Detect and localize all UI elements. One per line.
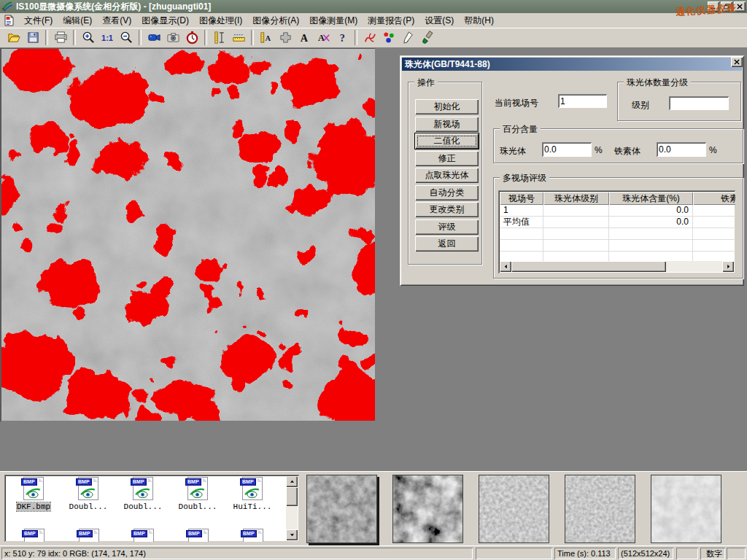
zoom-in-icon xyxy=(82,31,96,44)
menu-help[interactable]: 帮助(H) xyxy=(459,13,499,28)
delete-annotation-button[interactable]: A xyxy=(314,29,332,46)
file-item-double1[interactable]: BMP Doubl... xyxy=(62,477,115,511)
table-row[interactable] xyxy=(500,228,735,240)
multiview-group: 多视场评级 视场号 珠光体级别 珠光体含量(%) 铁素体含量(%) 1 0.0 xyxy=(493,177,743,279)
scroll-up-button[interactable] xyxy=(286,476,298,487)
scrollbar-thumb[interactable] xyxy=(511,261,666,272)
bmp-file-icon: BMP xyxy=(78,477,98,500)
table-row[interactable] xyxy=(500,240,735,252)
menu-image-measure[interactable]: 图像测量(M) xyxy=(304,13,363,28)
menu-image-display[interactable]: 图像显示(D) xyxy=(136,13,194,28)
toolbar-separator xyxy=(251,30,254,45)
thumbnail-1[interactable] xyxy=(306,475,377,543)
table-header-row: 视场号 珠光体级别 珠光体含量(%) 铁素体含量(%) xyxy=(500,192,735,205)
pearlite-label: 珠光体 xyxy=(500,145,526,158)
point-classify-button[interactable] xyxy=(380,29,398,46)
arrow-down-icon xyxy=(290,532,295,537)
camera-capture-button[interactable] xyxy=(164,29,182,46)
menu-image-processing[interactable]: 图像处理(I) xyxy=(194,13,247,28)
question-mark-icon: ? xyxy=(336,31,349,44)
zoom-in-button[interactable] xyxy=(80,29,97,46)
zoom-out-button[interactable] xyxy=(117,29,135,46)
pearlite-percent-input[interactable] xyxy=(542,142,592,157)
file-list-scrollbar[interactable] xyxy=(286,476,298,540)
menu-report[interactable]: 测量报告(P) xyxy=(363,13,419,28)
curve-tool-button[interactable] xyxy=(361,29,379,46)
menu-edit[interactable]: 编辑(E) xyxy=(58,13,97,28)
bmp-file-icon[interactable]: BMP xyxy=(79,529,99,542)
file-item-dkf[interactable]: BMP DKF.bmp xyxy=(7,477,60,511)
new-field-button[interactable]: 新视场 xyxy=(415,117,479,132)
bmp-file-icon[interactable]: BMP xyxy=(243,529,263,542)
zoom-out-icon xyxy=(120,31,133,44)
table-row[interactable]: 平均值 0.0 xyxy=(500,217,735,228)
level-input[interactable] xyxy=(669,96,729,110)
menu-view[interactable]: 查看(V) xyxy=(97,13,136,28)
file-item-double2[interactable]: BMP Doubl... xyxy=(117,477,169,511)
current-field-input[interactable] xyxy=(558,94,607,108)
status-image-size: (512x512x24) xyxy=(618,548,673,559)
video-capture-button[interactable] xyxy=(145,29,163,46)
pick-pearlite-button[interactable]: 点取珠光体 xyxy=(415,168,479,183)
scroll-down-button[interactable] xyxy=(286,529,298,540)
bmp-file-icon[interactable]: BMP xyxy=(24,529,44,542)
vertical-measure-button[interactable] xyxy=(211,29,228,46)
horizontal-ruler-icon xyxy=(232,31,246,44)
arrow-left-icon xyxy=(503,264,508,269)
bmp-file-icon[interactable]: BMP xyxy=(188,529,209,542)
menu-file[interactable]: 文件(F) xyxy=(19,13,58,28)
calibration-button[interactable]: A xyxy=(258,29,275,46)
close-button[interactable] xyxy=(734,1,746,12)
toolbar-separator xyxy=(139,30,142,45)
help-button[interactable]: ? xyxy=(333,29,351,46)
scroll-left-button[interactable] xyxy=(500,261,511,272)
actual-size-button[interactable]: 1:1 xyxy=(98,29,116,46)
scroll-right-button[interactable] xyxy=(722,261,734,272)
pearlite-unit: % xyxy=(595,145,603,155)
dialog-title-bar[interactable]: 珠光体(GB/T9441-88) xyxy=(402,58,742,71)
pen-tool-button[interactable] xyxy=(399,29,417,46)
text-annotation-button[interactable]: A xyxy=(295,29,313,46)
table-horizontal-scrollbar[interactable] xyxy=(500,261,734,272)
thumbnail-2[interactable] xyxy=(392,475,463,543)
minimize-button[interactable] xyxy=(708,1,719,12)
grade-button[interactable]: 评级 xyxy=(415,219,479,235)
timer-button[interactable] xyxy=(183,29,201,46)
return-button[interactable]: 返回 xyxy=(415,236,479,252)
bmp-file-icon[interactable]: BMP xyxy=(133,529,154,542)
correct-button[interactable]: 修正 xyxy=(415,151,479,166)
thumbnail-3[interactable] xyxy=(479,475,549,543)
dialog-close-button[interactable] xyxy=(731,57,743,67)
header-field-no[interactable]: 视场号 xyxy=(500,192,543,205)
micrograph-image[interactable] xyxy=(0,48,375,421)
merge-button[interactable] xyxy=(276,29,294,46)
auto-classify-button[interactable]: 自动分类 xyxy=(415,185,479,201)
brush-tool-button[interactable] xyxy=(418,29,436,46)
document-icon[interactable] xyxy=(3,15,15,26)
table-row[interactable]: 1 0.0 xyxy=(500,205,735,217)
menu-image-analysis[interactable]: 图像分析(A) xyxy=(247,13,304,28)
change-class-button[interactable]: 更改类别 xyxy=(415,202,479,217)
horizontal-measure-button[interactable] xyxy=(230,29,247,46)
scrollbar-thumb[interactable] xyxy=(286,487,298,506)
image-viewer-eye-icon xyxy=(244,488,260,499)
grading-group: 珠光体数量分级 级别 xyxy=(617,82,741,121)
svg-text:A: A xyxy=(265,34,271,42)
print-button[interactable] xyxy=(52,29,69,46)
scrollbar-track[interactable] xyxy=(666,261,722,272)
save-button[interactable] xyxy=(24,29,42,46)
camcorder-icon xyxy=(147,31,161,44)
header-pearlite-content[interactable]: 珠光体含量(%) xyxy=(609,192,693,205)
thumbnail-4[interactable] xyxy=(565,475,635,543)
thumbnail-5[interactable] xyxy=(651,475,721,543)
restore-button[interactable] xyxy=(721,1,732,12)
initialize-button[interactable]: 初始化 xyxy=(415,99,479,114)
ferrite-percent-input[interactable] xyxy=(657,142,706,157)
file-item-double3[interactable]: BMP Doubl... xyxy=(171,477,224,511)
menu-settings[interactable]: 设置(S) xyxy=(419,13,459,28)
header-ferrite-content[interactable]: 铁素体含量(%) xyxy=(693,192,735,205)
open-file-button[interactable] xyxy=(5,29,23,46)
header-pearlite-grade[interactable]: 珠光体级别 xyxy=(543,192,609,205)
binarize-button[interactable]: 二值化 xyxy=(415,133,479,149)
file-item-huiti[interactable]: BMP HuiTi... xyxy=(226,477,279,511)
